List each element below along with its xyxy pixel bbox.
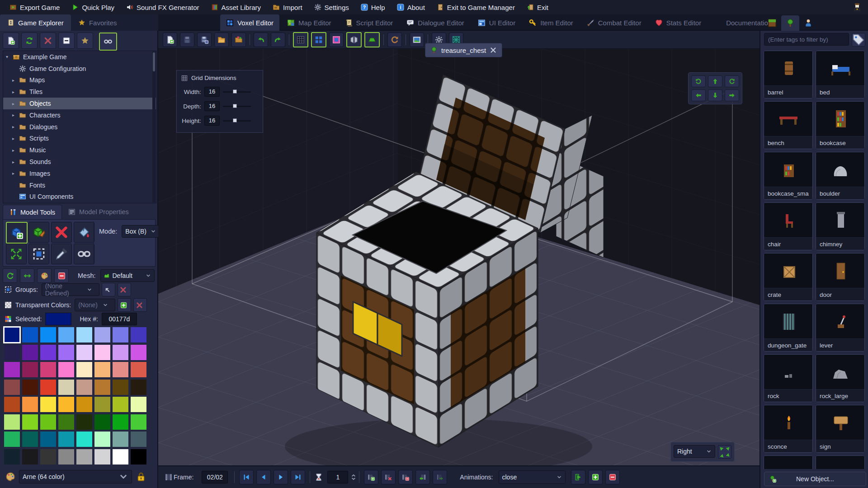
link-button[interactable] <box>99 33 117 51</box>
rotate-tool-button[interactable] <box>3 268 17 283</box>
tree-item-characters[interactable]: ▸Characters <box>3 109 156 121</box>
tab-ui-editor[interactable]: UI Editor <box>472 14 521 31</box>
expand-tool-button[interactable] <box>6 244 27 264</box>
menu-item-help[interactable]: ?Help <box>355 0 391 14</box>
object-card-chimney[interactable]: chimney <box>816 202 865 250</box>
pick-group-button[interactable] <box>102 283 115 296</box>
palette-swatch[interactable] <box>40 449 56 465</box>
eyedropper-button[interactable] <box>51 244 72 264</box>
palette-swatch[interactable] <box>113 380 128 395</box>
grid-toggle-button[interactable] <box>293 32 308 47</box>
palette-swatch[interactable] <box>22 327 38 343</box>
palette-swatch[interactable] <box>113 414 128 430</box>
panel-tab-objects-tab[interactable] <box>781 15 799 31</box>
panel-tab-characters-tab[interactable] <box>799 15 817 31</box>
tab-voxel-editor[interactable]: Voxel Editor <box>220 14 279 31</box>
panel-tab-tiles-tab[interactable] <box>763 15 781 31</box>
paint-voxel-button[interactable] <box>28 222 49 243</box>
tag-filter-button[interactable] <box>852 33 865 47</box>
frame-move-left-button[interactable] <box>415 470 430 484</box>
new-object-button[interactable]: New Object... <box>764 472 866 486</box>
menu-item-about[interactable]: iAbout <box>391 0 431 14</box>
object-card-bench[interactable]: bench <box>764 101 813 149</box>
rotate-ccw-button[interactable] <box>691 75 706 87</box>
palette-swatch[interactable] <box>131 327 146 343</box>
user-avatar-icon[interactable] <box>853 3 862 12</box>
palette-swatch[interactable] <box>22 380 38 395</box>
step-back-button[interactable] <box>256 470 271 484</box>
grid-dim-value[interactable]: 16 <box>204 101 220 111</box>
palette-swatch[interactable] <box>76 397 92 412</box>
tab-dialogue-editor[interactable]: Dialogue Editor <box>401 14 470 31</box>
palette-swatch[interactable] <box>76 380 92 395</box>
object-card-rock[interactable]: rock <box>764 354 813 402</box>
menu-item-import[interactable]: Import <box>267 0 308 14</box>
frame-delay-field[interactable]: 1 <box>327 471 348 483</box>
palette-swatch[interactable] <box>113 397 128 412</box>
tree-item-sounds[interactable]: ▸Sounds <box>3 156 156 168</box>
palette-swatch[interactable] <box>131 397 146 412</box>
palette-swatch[interactable] <box>58 397 74 412</box>
view-dropdown[interactable]: Right <box>674 445 715 458</box>
palette-swatch[interactable] <box>94 449 110 465</box>
palette-swatch[interactable] <box>131 380 146 395</box>
menu-item-exit[interactable]: Exit <box>521 0 554 14</box>
remove-tool-button[interactable] <box>54 268 69 283</box>
add-transparent-button[interactable] <box>118 298 131 312</box>
palette-swatch[interactable] <box>22 345 38 360</box>
frame-counter[interactable]: 02/02 <box>202 471 228 483</box>
palette-swatch[interactable] <box>58 432 74 447</box>
select-tool-button[interactable] <box>28 244 49 264</box>
tab-model-tools[interactable]: Model Tools <box>3 205 62 219</box>
tree-item-tiles[interactable]: ▸Tiles <box>3 86 156 98</box>
menu-item-asset-library[interactable]: Asset Library <box>205 0 267 14</box>
palette-swatch[interactable] <box>113 449 128 465</box>
tree-item-dialogues[interactable]: ▸Dialogues <box>3 121 156 133</box>
palette-swatch[interactable] <box>76 449 92 465</box>
mesh-dropdown[interactable]: Default <box>100 269 155 282</box>
tree-item-objects[interactable]: ▸Objects <box>3 98 156 109</box>
link-button[interactable] <box>74 244 94 264</box>
palette-swatch[interactable] <box>4 414 20 430</box>
erase-voxel-button[interactable] <box>51 222 72 243</box>
object-card-partial[interactable] <box>816 455 865 469</box>
object-card-dungeon_gate[interactable]: dungeon_gate <box>764 304 813 352</box>
palette-swatch[interactable] <box>94 397 110 412</box>
menu-item-sound-fx-generator[interactable]: Sound FX Generator <box>120 0 205 14</box>
spinner-icon[interactable] <box>350 474 357 481</box>
object-card-crate[interactable]: crate <box>764 253 813 301</box>
palette-swatch[interactable] <box>131 432 146 447</box>
frame-toggle-button[interactable] <box>329 33 344 47</box>
menu-item-quick-play[interactable]: Quick Play <box>66 0 120 14</box>
play-button[interactable] <box>274 470 288 484</box>
tab-favorites[interactable]: Favorites <box>71 14 124 31</box>
tree-item-maps[interactable]: ▸Maps <box>3 75 156 86</box>
tree-item-fonts[interactable]: Fonts <box>3 179 156 191</box>
tree-item-game-configuration[interactable]: Game Configuration <box>3 63 156 75</box>
tree-item-example-game[interactable]: ▾Example Game <box>3 51 156 63</box>
palette-swatch[interactable] <box>40 380 56 395</box>
groups-dropdown[interactable]: (None Defined) <box>42 283 99 296</box>
grid-dim-slider[interactable] <box>223 120 251 122</box>
fill-bucket-button[interactable] <box>74 222 94 243</box>
frame-move-right-button[interactable] <box>433 470 447 484</box>
mode-dropdown[interactable]: Box (B) <box>122 225 160 238</box>
anim-play-button[interactable] <box>571 470 585 484</box>
grid-dim-slider[interactable] <box>223 91 251 93</box>
menu-item-settings[interactable]: Settings <box>308 0 355 14</box>
palette-swatch[interactable] <box>76 345 92 360</box>
palette-swatch[interactable] <box>58 380 74 395</box>
palette-swatch[interactable] <box>76 327 92 343</box>
tab-script-editor[interactable]: Script Editor <box>339 14 399 31</box>
palette-swatch[interactable] <box>22 432 38 447</box>
arrow-up-button[interactable] <box>708 75 722 87</box>
frame-duplicate-button[interactable] <box>381 470 396 484</box>
palette-swatch[interactable] <box>4 397 20 412</box>
export-model-button[interactable] <box>231 33 246 47</box>
remove-red-button[interactable] <box>605 470 620 484</box>
menu-item-exit-to-game-manager[interactable]: Exit to Game Manager <box>431 0 521 14</box>
tab-game-explorer[interactable]: Game Explorer <box>0 14 71 31</box>
palette-swatch[interactable] <box>113 327 128 343</box>
palette-swatch[interactable] <box>113 362 128 377</box>
palette-swatch[interactable] <box>40 397 56 412</box>
